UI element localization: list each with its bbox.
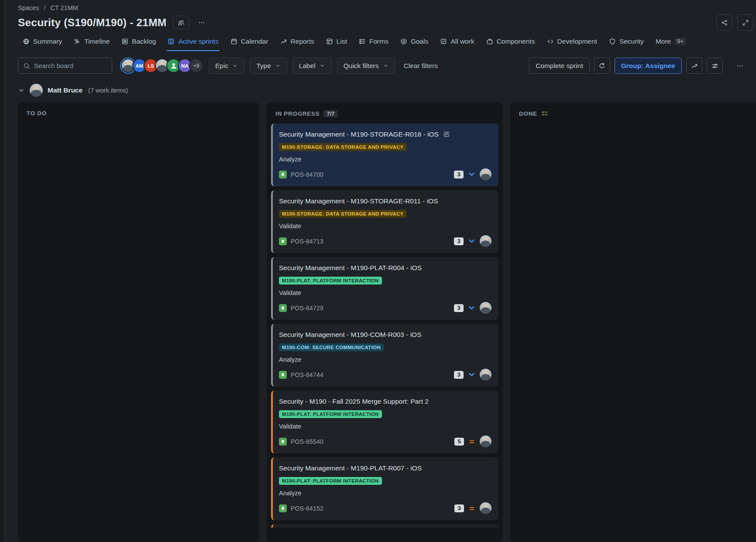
card-status-text: Validate [279,423,491,430]
column-title: TO DO [27,110,47,117]
project-tabs: SummaryTimelineBacklogActive sprintsCale… [18,34,756,51]
assignee-avatar [480,168,491,180]
card-epic-tag: M190-STORAGE: DATA STORAGE AND PRIVACY [279,143,406,151]
search-input[interactable] [34,62,107,69]
board-card[interactable]: Security Management - M190-STORAGE-R018 … [271,123,498,186]
board-people-button[interactable] [173,16,189,29]
goals-icon [400,38,407,45]
tab-label: Active sprints [178,38,218,45]
board-card[interactable]: Security Management - M190-STORAGE-R011 … [271,190,498,253]
card-status-text: Analyze [279,490,491,497]
search-board[interactable] [18,58,112,74]
filter-label: Type [256,62,271,70]
assignee-avatar [480,436,491,447]
development-icon [547,38,554,45]
filter-label: Label [299,62,316,70]
assignee-avatar [480,502,491,514]
group-work-item-count: (7 work items) [88,87,128,94]
more-options-button[interactable] [733,59,746,72]
card-title-row: Security Management - M190-STORAGE-R011 … [279,197,491,206]
collapse-group-chevron-icon[interactable] [18,87,25,94]
insights-button[interactable] [686,58,702,74]
tab-more[interactable]: More9+ [651,34,691,51]
story-type-icon [279,237,287,245]
card-footer: POS-841523 [279,502,491,514]
tab-summary[interactable]: Summary [18,34,67,51]
chevron-down-icon [232,63,238,69]
column-count-badge: 7/7 [323,110,337,117]
filter-quick-filters-dropdown[interactable]: Quick filters [337,58,395,74]
assignee-avatar [480,369,491,381]
card-list: Security Management - M190-STORAGE-R018 … [267,121,503,528]
tab-security[interactable]: Security [604,34,649,51]
tab-backlog[interactable]: Backlog [117,34,161,51]
tab-all-work[interactable]: All work [435,34,479,51]
filter-type-dropdown[interactable]: Type [250,58,287,74]
chevron-down-icon [320,63,325,69]
story-type-icon [279,304,287,312]
settings-sliders-icon [711,62,718,69]
card-issue-key: POS-84152 [291,505,323,512]
board-card[interactable]: Security - M190 - Fall 2025 Merge Suppor… [271,391,498,453]
fullscreen-button[interactable] [737,14,753,31]
avatar-overflow-count[interactable]: +9 [189,58,203,73]
collapsed-sidebar-edge [0,0,4,542]
tab-calendar[interactable]: Calendar [226,34,273,51]
insights-chart-icon [691,62,698,69]
board-card[interactable]: Security Management - M190-PLAT-R004 - i… [271,257,498,320]
group-by-assignee-button[interactable]: Group: Assignee [615,58,682,74]
complete-sprint-button[interactable]: Complete sprint [529,58,590,74]
story-type-icon [279,171,287,178]
tab-reports[interactable]: Reports [275,34,319,51]
tab-goals[interactable]: Goals [395,34,433,51]
column-done: DONE [510,103,756,542]
assignee-avatar-filter: AMLSNA+9 [121,58,203,73]
group-name: Matt Bruce [48,86,82,94]
story-points-badge: 3 [454,504,464,512]
breadcrumb: Spaces/CT 21MM [18,4,756,11]
tab-list[interactable]: List [321,34,352,51]
board-card-partial[interactable] [271,524,498,528]
priority-medium-icon [468,438,475,445]
tab-timeline[interactable]: Timeline [69,34,114,51]
board-toolbar: AMLSNA+9 EpicTypeLabelQuick filters Clea… [18,58,756,74]
tab-forms[interactable]: Forms [354,34,393,51]
breadcrumb-item-ct-21mm[interactable]: CT 21MM [50,4,78,11]
tab-active-sprints[interactable]: Active sprints [163,34,223,51]
card-issue-key: POS-84700 [291,171,323,178]
column-header-in-progress: IN PROGRESS7/7 [267,103,503,121]
shield-icon [609,38,616,45]
chevron-down-icon [275,63,281,69]
card-epic-tag: M190-PLAT: PLATFORM INTERACTION [279,477,382,485]
card-epic-tag: M190-COM: SECURE COMMUNICATION [279,343,384,351]
title-row: Security (S190/M190) - 21MM [18,14,756,31]
card-footer: POS-847293 [279,302,491,314]
column-header-done: DONE [510,103,756,121]
filter-label: Quick filters [344,62,379,70]
group-avatar [30,84,43,97]
filter-epic-dropdown[interactable]: Epic [209,58,244,74]
header-actions [716,14,753,31]
chevron-down-icon [18,87,25,94]
card-epic-tag: M190-PLAT: PLATFORM INTERACTION [279,277,382,285]
board-more-button[interactable] [195,16,208,29]
breadcrumb-item-spaces[interactable]: Spaces [18,4,39,11]
board-card[interactable]: Security Management - M190-PLAT-R007 - i… [271,457,498,520]
share-button[interactable] [716,14,732,31]
card-title-row: Security - M190 - Fall 2025 Merge Suppor… [279,397,491,406]
feedback-loop-button[interactable] [594,58,610,74]
tab-components[interactable]: Components [481,34,540,51]
sprint-board: TO DOIN PROGRESS7/7Security Management -… [18,103,756,542]
tab-label: List [337,38,347,45]
view-settings-button[interactable] [707,58,723,74]
reports-icon [280,38,287,45]
edit-summary-button[interactable] [443,130,450,137]
clear-filters-button[interactable]: Clear filters [404,62,438,70]
tab-development[interactable]: Development [542,34,602,51]
board-card[interactable]: Security Management - M190-COM-R003 - iO… [271,324,498,387]
card-footer-right: 5 [454,436,491,447]
tab-label: Backlog [132,38,156,45]
tab-label: Timeline [84,38,110,45]
filter-label-dropdown[interactable]: Label [292,58,332,74]
column-to-do: TO DO [18,103,259,542]
